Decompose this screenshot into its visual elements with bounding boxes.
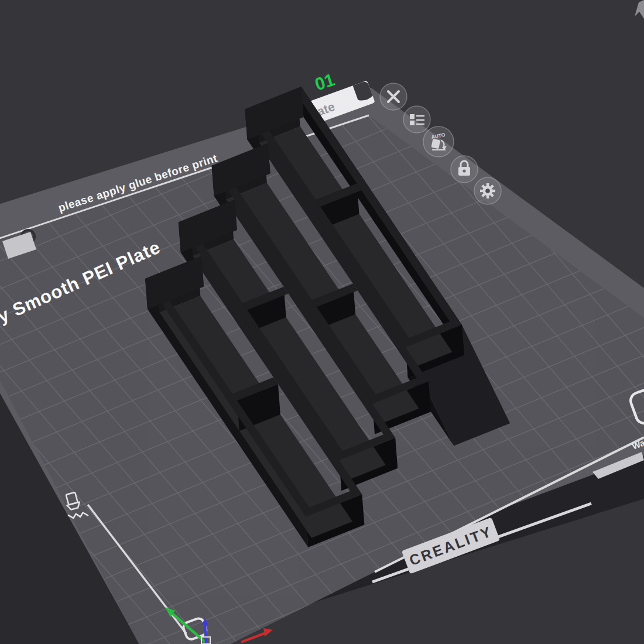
gear-icon bbox=[480, 183, 495, 198]
auto-arrange-button[interactable]: AUTO bbox=[423, 126, 454, 157]
z-axis bbox=[205, 624, 206, 643]
viewport-3d[interactable]: please apply glue before print y Smooth … bbox=[0, 0, 644, 644]
plate-list-button[interactable] bbox=[403, 106, 430, 133]
close-plate-button[interactable] bbox=[380, 83, 407, 110]
lock-plate-button[interactable] bbox=[451, 156, 478, 183]
plate-settings-button[interactable] bbox=[474, 177, 501, 204]
